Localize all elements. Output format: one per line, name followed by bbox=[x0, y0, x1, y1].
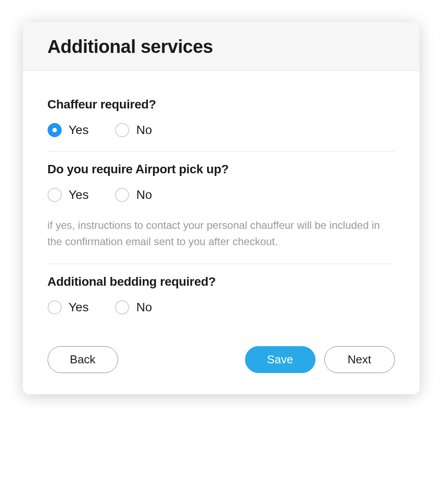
radio-icon bbox=[115, 123, 129, 137]
question-bedding: Additional bedding required? Yes No bbox=[48, 264, 395, 329]
card-title: Additional services bbox=[48, 36, 395, 57]
card-body: Chaffeur required? Yes No Do you require… bbox=[23, 71, 420, 394]
question-airport: Do you require Airport pick up? Yes No i… bbox=[48, 152, 395, 264]
card-header: Additional services bbox=[23, 22, 420, 71]
airport-option-yes[interactable]: Yes bbox=[48, 188, 89, 202]
radio-icon bbox=[115, 188, 129, 202]
bedding-option-no[interactable]: No bbox=[115, 300, 152, 314]
radio-icon bbox=[48, 123, 62, 137]
question-airport-options: Yes No bbox=[48, 188, 395, 202]
additional-services-card: Additional services Chaffeur required? Y… bbox=[23, 22, 420, 394]
radio-icon bbox=[48, 300, 62, 314]
radio-icon bbox=[115, 300, 129, 314]
button-row-right: Save Next bbox=[245, 346, 395, 373]
save-button[interactable]: Save bbox=[245, 346, 316, 373]
button-row: Back Save Next bbox=[48, 346, 395, 373]
question-bedding-options: Yes No bbox=[48, 300, 395, 314]
radio-icon bbox=[48, 188, 62, 202]
back-button[interactable]: Back bbox=[48, 346, 118, 373]
question-chaffeur: Chaffeur required? Yes No bbox=[48, 87, 395, 151]
question-chaffeur-title: Chaffeur required? bbox=[48, 97, 395, 112]
radio-label: No bbox=[136, 300, 152, 314]
question-chaffeur-options: Yes No bbox=[48, 123, 395, 137]
question-bedding-title: Additional bedding required? bbox=[48, 275, 395, 289]
question-airport-title: Do you require Airport pick up? bbox=[48, 162, 395, 176]
airport-help-text: if yes, instructions to contact your per… bbox=[48, 217, 395, 250]
chaffeur-option-yes[interactable]: Yes bbox=[48, 123, 89, 137]
chaffeur-option-no[interactable]: No bbox=[115, 123, 152, 137]
radio-label: No bbox=[136, 123, 152, 137]
next-button[interactable]: Next bbox=[324, 346, 395, 373]
radio-label: No bbox=[136, 188, 152, 202]
radio-label: Yes bbox=[69, 123, 89, 137]
airport-option-no[interactable]: No bbox=[115, 188, 152, 202]
radio-label: Yes bbox=[69, 188, 89, 202]
radio-label: Yes bbox=[69, 300, 89, 314]
bedding-option-yes[interactable]: Yes bbox=[48, 300, 89, 314]
